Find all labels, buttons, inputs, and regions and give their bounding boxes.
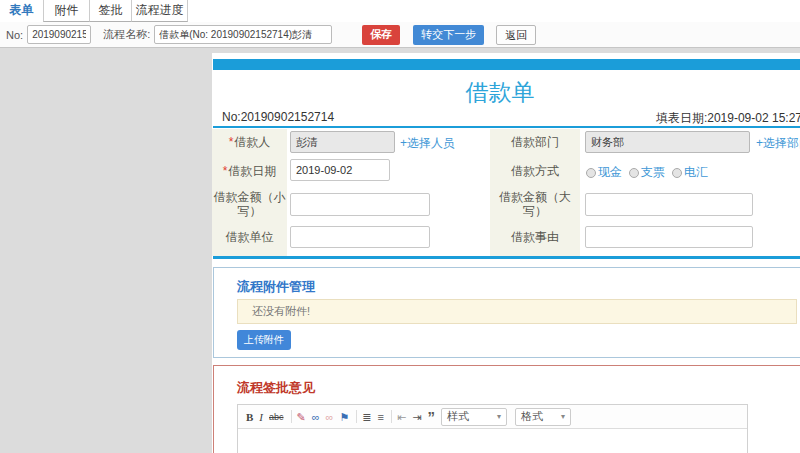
flag-icon[interactable]: ⚑: [339, 406, 349, 428]
editor-toolbar: B I abc ✎ ∞ ∞ ⚑ ≣ ≡ ⇤ ⇥ ” 样式▾ 格式▾: [238, 405, 747, 429]
upload-attachment-button[interactable]: 上传附件: [237, 330, 291, 350]
loan-unit-label: 借款单位: [213, 230, 286, 244]
loan-unit-input[interactable]: [290, 226, 430, 248]
loan-form-fields: *借款人 +选择人员 借款部门 +选择部门 *借款日期 借款方式 现金 支票 电…: [212, 129, 800, 259]
ordered-list-icon[interactable]: ≣: [362, 406, 371, 428]
remove-format-icon[interactable]: ✎: [297, 406, 306, 428]
styles-dropdown[interactable]: 样式▾: [441, 408, 507, 426]
blockquote-icon[interactable]: ”: [427, 412, 435, 422]
chevron-down-icon: ▾: [497, 412, 501, 421]
borrower-label: *借款人: [213, 135, 286, 149]
tab-approval[interactable]: 签批: [89, 0, 131, 22]
link-icon[interactable]: ∞: [312, 406, 320, 428]
form-number: No:20190902152714: [222, 110, 334, 124]
process-name-label: 流程名称:: [103, 27, 150, 42]
page-title: 借款单: [212, 77, 788, 108]
outdent-icon[interactable]: ⇤: [397, 406, 406, 428]
radio-cash[interactable]: 现金: [586, 164, 622, 181]
bold-icon[interactable]: B: [246, 406, 253, 428]
approval-heading: 流程签批意见: [237, 379, 315, 397]
unlink-icon[interactable]: ∞: [326, 406, 334, 428]
radio-cheque[interactable]: 支票: [629, 164, 665, 181]
chevron-down-icon: ▾: [561, 412, 565, 421]
select-person-link[interactable]: +选择人员: [400, 135, 455, 152]
radio-circle-icon[interactable]: [672, 168, 682, 178]
required-mark: *: [223, 164, 228, 178]
loan-form-panel: 借款单 No:20190902152714 填表日期:2019-09-02 15…: [212, 53, 800, 453]
tab-attachments[interactable]: 附件: [43, 0, 89, 22]
toolbar-separator: [356, 410, 357, 423]
process-name-input[interactable]: [154, 25, 332, 44]
amount-big-input[interactable]: [585, 193, 753, 216]
attachments-heading: 流程附件管理: [237, 278, 315, 296]
divider-line-bottom: [213, 256, 800, 259]
dept-input[interactable]: [585, 131, 750, 153]
indent-icon[interactable]: ⇥: [412, 406, 421, 428]
format-dropdown[interactable]: 格式▾: [515, 408, 571, 426]
tab-process-progress[interactable]: 流程进度: [131, 0, 188, 22]
editor-content-area[interactable]: [238, 429, 747, 453]
loan-reason-label: 借款事由: [496, 230, 574, 244]
borrower-input[interactable]: [290, 131, 395, 153]
toolbar-separator: [391, 410, 392, 423]
loan-method-label: 借款方式: [496, 164, 574, 178]
amount-big-label: 借款金额（大写）: [496, 190, 574, 218]
tab-bar: 表单 附件 签批 流程进度: [0, 0, 800, 22]
strikethrough-icon[interactable]: abc: [269, 406, 284, 428]
loan-date-label: *借款日期: [213, 164, 286, 178]
top-accent-bar: [213, 59, 800, 70]
save-button[interactable]: 保存: [362, 25, 400, 45]
back-button[interactable]: 返回: [496, 25, 536, 45]
no-input[interactable]: [27, 25, 91, 44]
attachments-section: 流程附件管理 还没有附件! 上传附件: [213, 267, 800, 358]
radio-circle-icon[interactable]: [629, 168, 639, 178]
divider-line-top: [213, 126, 800, 128]
unordered-list-icon[interactable]: ≡: [378, 406, 384, 428]
amount-small-input[interactable]: [290, 193, 430, 216]
form-header-row: No:20190902152714 填表日期:2019-09-02 15:27:…: [222, 110, 800, 126]
approval-section: 流程签批意见 B I abc ✎ ∞ ∞ ⚑ ≣ ≡ ⇤ ⇥: [213, 365, 800, 453]
loan-date-input[interactable]: [290, 159, 390, 181]
radio-circle-icon[interactable]: [586, 168, 596, 178]
form-toolbar: No: 流程名称: 保存 转交下一步 返回: [0, 22, 800, 48]
next-step-button[interactable]: 转交下一步: [413, 25, 484, 45]
italic-icon[interactable]: I: [259, 406, 263, 428]
form-date: 填表日期:2019-09-02 15:27:1: [656, 110, 800, 127]
loan-reason-input[interactable]: [585, 226, 753, 248]
tab-form[interactable]: 表单: [0, 0, 43, 22]
select-dept-link[interactable]: +选择部门: [756, 135, 800, 152]
amount-small-label: 借款金额（小写）: [213, 190, 286, 218]
radio-wire[interactable]: 电汇: [672, 164, 708, 181]
no-label: No:: [6, 29, 23, 41]
toolbar-separator: [291, 410, 292, 423]
required-mark: *: [229, 135, 234, 149]
no-attachments-message: 还没有附件!: [237, 299, 797, 324]
app-window: 表单 附件 签批 流程进度 No: 流程名称: 保存 转交下一步 返回 借款单 …: [0, 0, 800, 453]
dept-label: 借款部门: [496, 135, 574, 149]
rich-text-editor: B I abc ✎ ∞ ∞ ⚑ ≣ ≡ ⇤ ⇥ ” 样式▾ 格式▾: [237, 404, 748, 453]
loan-method-options: 现金 支票 电汇: [586, 164, 715, 181]
